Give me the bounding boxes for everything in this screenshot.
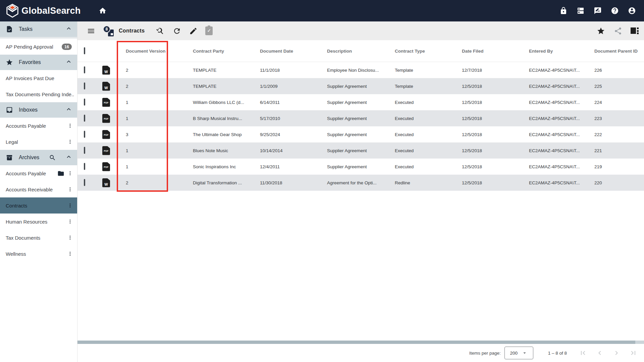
cell-date-filed: 12/5/2018 <box>455 100 522 105</box>
lock-button[interactable] <box>559 7 568 15</box>
sidebar-item-ap-invoices-past-due[interactable]: AP Invoices Past Due <box>0 70 77 86</box>
cell-document-version: 1 <box>119 100 186 105</box>
table-row[interactable]: PDF 1 William Gibbons LLC (d... 6/14/201… <box>77 94 644 110</box>
previous-page-button[interactable] <box>596 349 604 357</box>
sidebar-item-label: Tax Documents Pending Inde... <box>6 92 74 97</box>
kebab-menu-icon[interactable] <box>66 170 74 176</box>
sidebar-section-archives[interactable]: Archives <box>0 150 77 165</box>
chevron-up-icon[interactable] <box>65 153 72 162</box>
refresh-button[interactable] <box>172 26 181 35</box>
column-header-document-parent-id[interactable]: Document Parent ID <box>587 49 644 54</box>
row-checkbox[interactable] <box>84 163 85 170</box>
share-button[interactable] <box>613 26 622 35</box>
cell-contract-party: Blues Note Music <box>186 148 253 153</box>
feedback-button[interactable] <box>594 7 602 15</box>
cell-entered-by: EC2AMAZ-4P5CSNA\T... <box>522 116 587 121</box>
home-button[interactable] <box>99 7 107 15</box>
archive-search-icon[interactable] <box>49 154 56 161</box>
sidebar-section-favorites[interactable]: Favorites <box>0 55 77 70</box>
chevron-up-icon[interactable] <box>65 106 72 114</box>
sidebar: Tasks AP Pending Approval 16 Favorites A… <box>0 21 77 362</box>
home-icon <box>99 7 107 15</box>
select-all-checkbox[interactable] <box>84 47 85 54</box>
table-row[interactable]: PDF 3 The Ultimate Gear Shop 9/25/2024 S… <box>77 126 644 142</box>
kebab-menu-icon[interactable] <box>66 235 74 241</box>
refine-search-button[interactable] <box>156 26 164 35</box>
sidebar-item-accounts-payable[interactable]: Accounts Payable <box>0 165 77 181</box>
row-checkbox[interactable] <box>84 82 85 89</box>
favorite-button[interactable] <box>596 26 605 35</box>
chevron-up-icon[interactable] <box>65 25 72 34</box>
sidebar-item-contracts[interactable]: Contracts <box>0 197 77 214</box>
items-per-page-select[interactable]: 200 <box>504 347 533 359</box>
queues-button[interactable] <box>577 7 585 15</box>
column-header-document-date[interactable]: Document Date <box>253 49 320 54</box>
horizontal-scrollbar-thumb[interactable] <box>77 341 635 344</box>
sidebar-item-ap-pending-approval[interactable]: AP Pending Approval 16 <box>0 39 77 55</box>
column-header-document-version[interactable]: Document Version <box>119 49 186 54</box>
horizontal-scrollbar-track[interactable] <box>77 341 644 344</box>
column-view-button[interactable] <box>631 27 639 34</box>
pdf-file-icon: PDF <box>102 114 110 123</box>
next-page-button[interactable] <box>612 349 621 357</box>
table-row[interactable]: PDF 1 Sonic Inspirations Inc 12/4/2011 S… <box>77 159 644 175</box>
sidebar-item-wellness[interactable]: Wellness <box>0 246 77 262</box>
cell-document-version: 2 <box>119 68 186 73</box>
row-checkbox[interactable] <box>84 179 85 186</box>
pdf-file-icon: PDF <box>102 98 110 107</box>
kebab-menu-icon[interactable] <box>66 219 74 225</box>
feedback-chat-icon <box>594 7 602 15</box>
row-checkbox[interactable] <box>84 131 85 138</box>
sidebar-item-label: Human Resources <box>6 219 47 225</box>
edit-button[interactable] <box>189 26 198 35</box>
kebab-menu-icon[interactable] <box>66 251 74 257</box>
last-page-button[interactable] <box>629 349 637 357</box>
first-page-button[interactable] <box>579 349 587 357</box>
table-row[interactable]: W 2 Digital Transformation ... 11/30/201… <box>77 175 644 191</box>
column-header-contract-type[interactable]: Contract Type <box>388 49 455 54</box>
folder-icon <box>57 170 64 177</box>
sidebar-section-inboxes[interactable]: Inboxes <box>0 102 77 118</box>
cell-contract-party: B Sharp Musical Instru... <box>186 116 253 121</box>
kebab-menu-icon[interactable] <box>66 123 74 129</box>
sidebar-item-label: Accounts Payable <box>6 171 46 176</box>
table-row[interactable]: W 2 TEMPLATE 1/1/2009 Supplier Agreement… <box>77 78 644 94</box>
row-checkbox[interactable] <box>84 99 85 106</box>
section-label: Inboxes <box>19 107 59 113</box>
sidebar-item-legal[interactable]: Legal <box>0 134 77 150</box>
row-checkbox[interactable] <box>84 147 85 154</box>
cell-document-date: 1/1/2009 <box>253 84 320 89</box>
kebab-menu-icon[interactable] <box>66 186 74 192</box>
menu-button[interactable] <box>87 26 95 35</box>
first-page-icon <box>579 349 587 357</box>
row-checkbox[interactable] <box>84 115 85 122</box>
sidebar-item-accounts-receivable[interactable]: Accounts Receivable <box>0 181 77 197</box>
cell-contract-party: Sonic Inspirations Inc <box>186 164 253 169</box>
table-row[interactable]: W 2 TEMPLATE 11/1/2018 Employee Non Disc… <box>77 62 644 78</box>
help-button[interactable] <box>611 7 619 15</box>
cell-entered-by: EC2AMAZ-4P5CSNA\T... <box>522 180 587 185</box>
sidebar-item-tax-documents-pending-inde[interactable]: Tax Documents Pending Inde... <box>0 86 77 102</box>
kebab-menu-icon[interactable] <box>66 202 74 208</box>
sidebar-item-label: AP Invoices Past Due <box>6 75 54 81</box>
cell-document-date: 6/14/2011 <box>253 100 320 105</box>
column-header-description[interactable]: Description <box>320 49 388 54</box>
cell-entered-by: EC2AMAZ-4P5CSNA\T... <box>522 84 587 89</box>
cell-contract-type: Executed <box>388 132 455 137</box>
kebab-menu-icon[interactable] <box>66 139 74 145</box>
chevron-up-icon[interactable] <box>65 58 72 67</box>
sidebar-item-human-resources[interactable]: Human Resources <box>0 214 77 230</box>
account-button[interactable] <box>628 7 636 15</box>
cell-contract-party: Digital Transformation ... <box>186 180 253 185</box>
table-row[interactable]: PDF 1 Blues Note Music 10/14/2014 Suppli… <box>77 142 644 159</box>
column-header-entered-by[interactable]: Entered By <box>522 49 587 54</box>
sidebar-item-tax-documents[interactable]: Tax Documents <box>0 230 77 246</box>
table-row[interactable]: PDF 1 B Sharp Musical Instru... 5/17/201… <box>77 110 644 126</box>
row-checkbox[interactable] <box>84 66 85 73</box>
sidebar-item-label: Tax Documents <box>6 235 40 241</box>
sidebar-item-accounts-payable[interactable]: Accounts Payable <box>0 118 77 134</box>
column-header-contract-party[interactable]: Contract Party <box>186 49 253 54</box>
cell-date-filed: 12/5/2018 <box>455 84 522 89</box>
column-header-date-filed[interactable]: Date Filed <box>455 49 522 54</box>
sidebar-section-tasks[interactable]: Tasks <box>0 21 77 39</box>
